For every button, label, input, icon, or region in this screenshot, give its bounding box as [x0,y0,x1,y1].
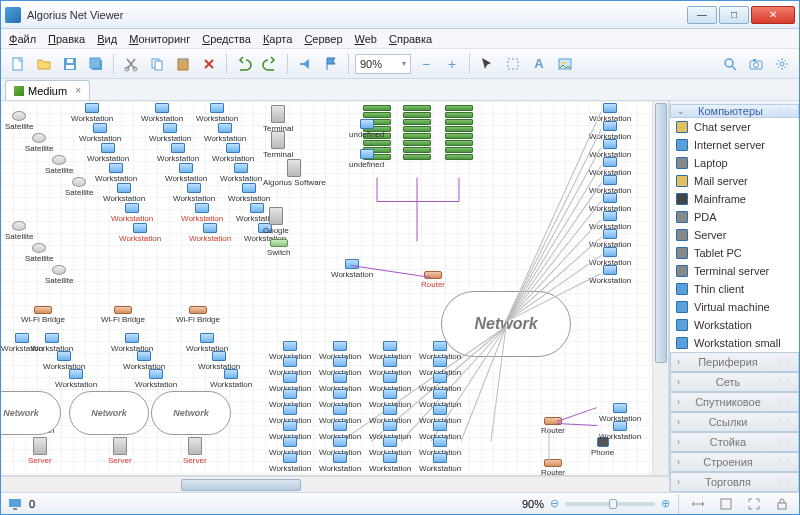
flag-button[interactable] [320,53,342,75]
map-node[interactable]: Workstation [189,223,231,243]
palette-item[interactable]: PDA [670,208,799,226]
menu-help[interactable]: Справка [389,33,432,45]
map-node[interactable]: Switch [267,239,291,257]
palette-group[interactable]: ›Ссылки⋮⋮ [670,412,799,432]
map-node[interactable]: Workstation [79,123,121,143]
palette-item[interactable]: Internet server [670,136,799,154]
menu-file[interactable]: Файл [9,33,36,45]
map-node[interactable]: Workstation [111,203,153,223]
map-node[interactable]: Terminal [263,131,293,159]
map-node[interactable]: Server [108,437,132,465]
palette-item[interactable]: Workstation [670,316,799,334]
map-node[interactable]: Workstation [87,143,129,163]
map-node[interactable]: Workstation [196,103,238,123]
palette-header-computers[interactable]: ⌄ Компьютеры ⋮⋮ [670,104,799,118]
map-node[interactable]: Workstation [123,351,165,371]
palette-item[interactable]: Server [670,226,799,244]
open-button[interactable] [33,53,55,75]
palette-group[interactable]: ›Сеть⋮⋮ [670,372,799,392]
copy-button[interactable] [146,53,168,75]
map-node[interactable]: Satellite [25,243,53,263]
fit-width-icon[interactable] [687,493,709,515]
palette-item[interactable]: Thin client [670,280,799,298]
palette-item[interactable]: Virtual machine [670,298,799,316]
palette-item[interactable]: Mail server [670,172,799,190]
map-node[interactable]: Workstation [331,259,373,279]
map-node[interactable]: Wi-Fi Bridge [101,306,145,324]
horizontal-scrollbar[interactable] [1,476,669,492]
map-node[interactable]: undefined [349,119,384,139]
zoom-in-button[interactable]: + [441,53,463,75]
palette-group[interactable]: ›Спутниковое⋮⋮ [670,392,799,412]
map-node[interactable]: Satellite [5,221,33,241]
fit-page-icon[interactable] [715,493,737,515]
map-node[interactable]: Workstation [111,333,153,353]
vertical-scrollbar[interactable] [652,101,668,475]
cut-button[interactable] [120,53,142,75]
palette-item[interactable]: Tablet PC [670,244,799,262]
maximize-button[interactable]: □ [719,6,749,24]
network-cloud[interactable]: Network [151,391,231,435]
zoom-out-button[interactable]: − [415,53,437,75]
map-node[interactable]: Workstation [589,247,631,267]
menu-map[interactable]: Карта [263,33,292,45]
menu-tools[interactable]: Средства [202,33,251,45]
redo-button[interactable] [259,53,281,75]
save-button[interactable] [59,53,81,75]
zoom-out-icon[interactable]: ⊖ [550,497,559,510]
close-button[interactable]: ✕ [751,6,795,24]
map-node[interactable]: Workstation [119,223,161,243]
map-node[interactable]: Workstation [141,103,183,123]
menu-view[interactable]: Вид [97,33,117,45]
paste-button[interactable] [172,53,194,75]
map-node[interactable]: Google [263,207,289,235]
map-node[interactable]: undefined [349,149,384,169]
map-node[interactable]: Workstation [157,143,199,163]
map-node[interactable]: Workstation [269,453,311,473]
map-node[interactable]: Workstation [181,203,223,223]
palette-item[interactable]: Laptop [670,154,799,172]
palette-item[interactable]: Workstation small [670,334,799,352]
map-node[interactable]: Workstation [419,453,461,473]
map-node[interactable]: Satellite [5,111,33,131]
map-node[interactable]: Algorius Software [263,159,326,187]
announce-button[interactable] [294,53,316,75]
search-button[interactable] [719,53,741,75]
tab-medium[interactable]: Medium × [5,80,90,100]
map-node[interactable]: Workstation [599,421,641,441]
map-node[interactable]: Satellite [65,177,93,197]
palette-item[interactable]: Mainframe [670,190,799,208]
map-node[interactable]: Server [28,437,52,465]
map-node[interactable]: Satellite [25,133,53,153]
selection-box-tool[interactable] [502,53,524,75]
map-node[interactable]: Workstation [186,333,228,353]
new-button[interactable] [7,53,29,75]
map-node[interactable]: Workstation [1,333,43,353]
map-node[interactable]: Router [541,459,565,476]
camera-button[interactable] [745,53,767,75]
palette-group[interactable]: ›Стойка⋮⋮ [670,432,799,452]
text-tool[interactable]: A [528,53,550,75]
map-node[interactable]: Workstation [599,403,641,423]
map-node[interactable]: Workstation [204,123,246,143]
map-node[interactable]: Satellite [45,265,73,285]
map-node[interactable]: Terminal [263,105,293,133]
menu-monitoring[interactable]: Мониторинг [129,33,190,45]
map-node[interactable]: Workstation [103,183,145,203]
lock-icon[interactable] [771,493,793,515]
map-node[interactable]: Server [183,437,207,465]
fullscreen-icon[interactable] [743,493,765,515]
map-canvas[interactable]: SatelliteSatelliteSatelliteSatelliteSate… [1,101,669,476]
map-node[interactable]: Workstation [43,351,85,371]
map-node[interactable]: Workstation [149,123,191,143]
map-node[interactable]: Workstation [165,163,207,183]
map-node[interactable]: Workstation [369,453,411,473]
undo-button[interactable] [233,53,255,75]
map-node[interactable]: Workstation [55,369,97,389]
delete-button[interactable] [198,53,220,75]
minimize-button[interactable]: — [687,6,717,24]
menu-server[interactable]: Сервер [304,33,342,45]
palette-item[interactable]: Chat server [670,118,799,136]
map-node[interactable]: Workstation [589,193,631,213]
map-node[interactable]: Workstation [173,183,215,203]
